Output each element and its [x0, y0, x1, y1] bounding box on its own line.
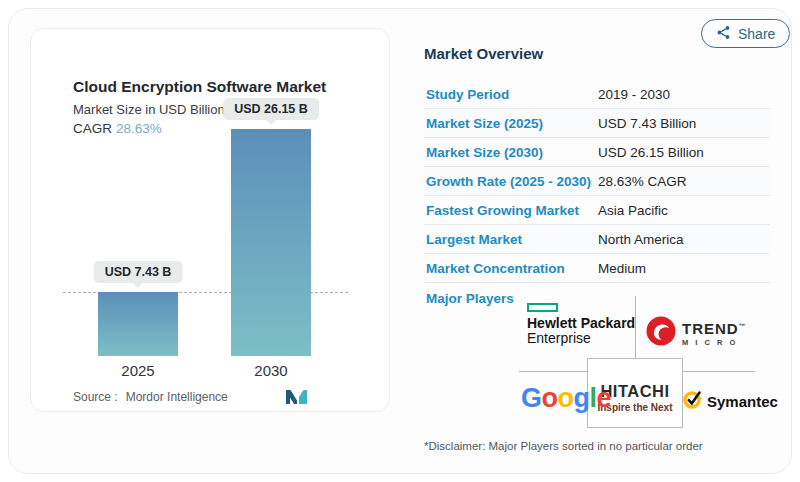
symantec-checkmark-icon — [682, 388, 704, 414]
share-button-label: Share — [738, 26, 775, 42]
trend-line2: M I C R O — [682, 338, 746, 347]
bar-chart: USD 7.43 B USD 26.15 B — [31, 101, 391, 356]
hpe-green-rect-icon — [527, 303, 558, 312]
chart-card: Cloud Encryption Software Market Market … — [30, 28, 390, 412]
logo-grid-horizontal-divider-left — [519, 371, 587, 372]
google-letter: G — [521, 383, 542, 413]
row-value: 2019 - 2030 — [598, 87, 670, 102]
market-overview-heading: Market Overview — [424, 45, 543, 62]
share-icon — [716, 25, 731, 43]
bar-value-label-2025: USD 7.43 B — [94, 261, 183, 283]
bar-column-2030: USD 26.15 B — [231, 101, 311, 356]
bar-value-label-2030: USD 26.15 B — [223, 98, 319, 120]
table-row-market-size-2030: Market Size (2030) USD 26.15 Billion — [424, 138, 770, 167]
major-players-label: Major Players — [426, 291, 514, 306]
table-row-fastest-growing-market: Fastest Growing Market Asia Pacific — [424, 196, 770, 225]
trend-micro-logo: TREND™ M I C R O — [646, 316, 746, 350]
row-value: North America — [598, 232, 684, 247]
source-value: Mordor Intelligence — [126, 390, 228, 404]
row-label: Growth Rate (2025 - 2030) — [426, 174, 598, 189]
google-letter: l — [590, 383, 597, 413]
trend-micro-wordmark: TREND™ M I C R O — [682, 320, 746, 347]
trend-line1: TREND — [682, 320, 739, 337]
google-letter: e — [597, 383, 612, 413]
source-attribution: Source :Mordor Intelligence — [73, 390, 228, 404]
mordor-intelligence-logo-icon — [286, 388, 310, 409]
row-value: 28.63% CAGR — [598, 174, 687, 189]
row-label: Market Size (2025) — [426, 116, 598, 131]
market-overview-page: Cloud Encryption Software Market Market … — [0, 0, 800, 482]
row-value: USD 26.15 Billion — [598, 145, 704, 160]
market-overview-table: Study Period 2019 - 2030 Market Size (20… — [424, 80, 770, 283]
bar-column-2025: USD 7.43 B — [98, 101, 178, 356]
chart-title: Cloud Encryption Software Market — [73, 78, 326, 96]
row-label: Fastest Growing Market — [426, 203, 598, 218]
table-row-market-size-2025: Market Size (2025) USD 7.43 Billion — [424, 109, 770, 138]
source-label: Source : — [73, 390, 118, 404]
google-letter: o — [558, 383, 574, 413]
row-label: Market Size (2030) — [426, 145, 598, 160]
bar-2025 — [98, 292, 178, 356]
table-row-largest-market: Largest Market North America — [424, 225, 770, 254]
google-letter: o — [542, 383, 558, 413]
share-button[interactable]: Share — [701, 19, 790, 48]
row-value: Medium — [598, 261, 646, 276]
bar-2030 — [231, 129, 311, 356]
row-value: Asia Pacific — [598, 203, 668, 218]
x-axis-label-2030: 2030 — [231, 362, 311, 379]
trademark-symbol: ™ — [739, 322, 747, 329]
row-label: Largest Market — [426, 232, 598, 247]
table-row-market-concentration: Market Concentration Medium — [424, 254, 770, 283]
google-logo: Google — [521, 383, 611, 414]
row-label: Market Concentration — [426, 261, 598, 276]
table-row-growth-rate: Growth Rate (2025 - 2030) 28.63% CAGR — [424, 167, 770, 196]
trend-micro-ball-icon — [646, 316, 676, 350]
row-value: USD 7.43 Billion — [598, 116, 696, 131]
logo-grid-horizontal-divider-right — [683, 371, 755, 372]
hpe-logo-line2: Enterprise — [527, 331, 635, 346]
google-letter: g — [574, 383, 590, 413]
hpe-logo-line1: Hewlett Packard — [527, 316, 635, 331]
symantec-logo: Symantec — [682, 388, 778, 414]
bar-label-wrap: USD 26.15 B — [223, 98, 319, 120]
disclaimer-text: *Disclaimer: Major Players sorted in no … — [424, 440, 703, 452]
hewlett-packard-enterprise-logo: Hewlett Packard Enterprise — [527, 303, 635, 346]
table-row-study-period: Study Period 2019 - 2030 — [424, 80, 770, 109]
symantec-wordmark: Symantec — [707, 393, 778, 410]
row-label: Study Period — [426, 87, 598, 102]
x-axis-label-2025: 2025 — [98, 362, 178, 379]
bar-label-wrap: USD 7.43 B — [94, 261, 183, 283]
